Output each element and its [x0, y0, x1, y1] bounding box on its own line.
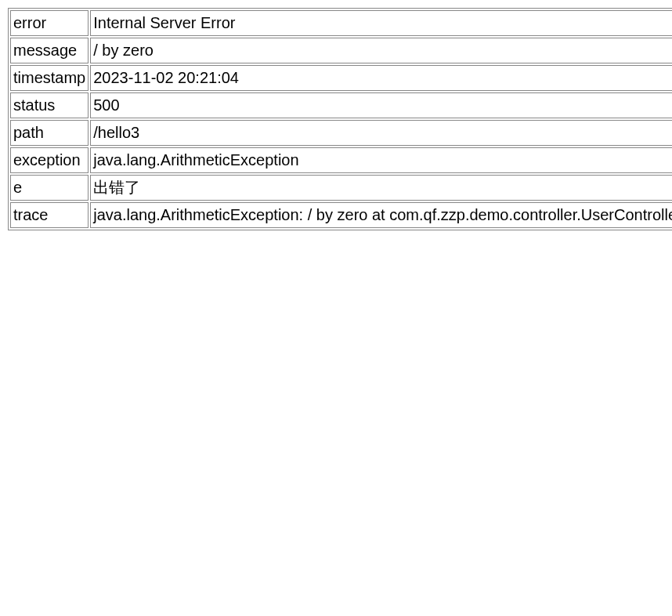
field-value-timestamp: 2023-11-02 20:21:04: [90, 65, 672, 91]
field-label-e: e: [10, 175, 89, 201]
field-label-timestamp: timestamp: [10, 65, 89, 91]
table-row: exception java.lang.ArithmeticException: [10, 147, 672, 173]
field-label-error: error: [10, 10, 89, 36]
table-row: e 出错了: [10, 175, 672, 201]
field-value-message: / by zero: [90, 38, 672, 63]
table-row: status 500: [10, 92, 672, 118]
field-label-path: path: [10, 120, 89, 146]
field-value-trace: java.lang.ArithmeticException: / by zero…: [90, 202, 672, 228]
field-value-status: 500: [90, 92, 672, 118]
error-table: error Internal Server Error message / by…: [8, 8, 672, 230]
table-row: timestamp 2023-11-02 20:21:04: [10, 65, 672, 91]
table-row: message / by zero: [10, 38, 672, 63]
field-label-exception: exception: [10, 147, 89, 173]
table-row: error Internal Server Error: [10, 10, 672, 36]
table-row: trace java.lang.ArithmeticException: / b…: [10, 202, 672, 228]
field-value-error: Internal Server Error: [90, 10, 672, 36]
field-value-e: 出错了: [90, 175, 672, 201]
table-row: path /hello3: [10, 120, 672, 146]
field-label-trace: trace: [10, 202, 89, 228]
field-value-exception: java.lang.ArithmeticException: [90, 147, 672, 173]
field-label-status: status: [10, 92, 89, 118]
field-value-path: /hello3: [90, 120, 672, 146]
field-label-message: message: [10, 38, 89, 63]
